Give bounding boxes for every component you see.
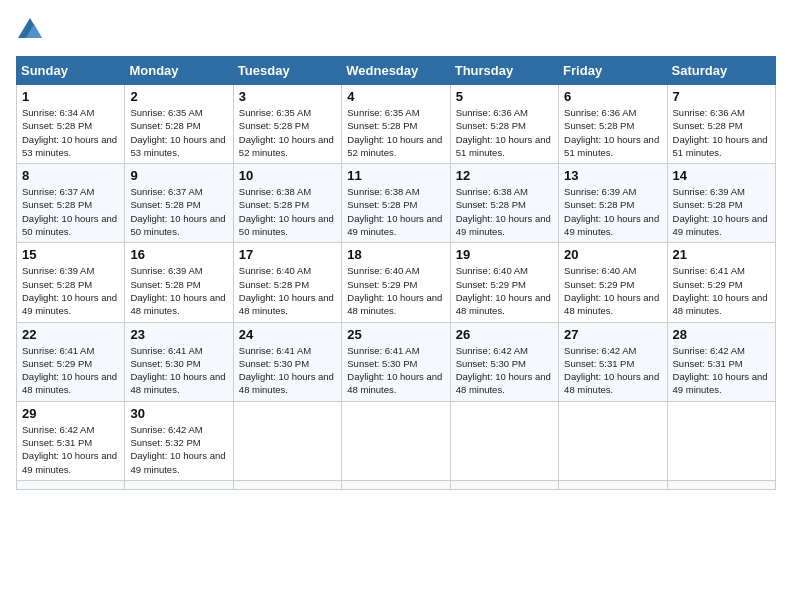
calendar-cell: 13Sunrise: 6:39 AMSunset: 5:28 PMDayligh… <box>559 164 667 243</box>
day-number: 15 <box>22 247 119 262</box>
calendar-cell: 6Sunrise: 6:36 AMSunset: 5:28 PMDaylight… <box>559 85 667 164</box>
day-info: Sunrise: 6:42 AMSunset: 5:31 PMDaylight:… <box>22 423 119 476</box>
calendar-cell <box>559 480 667 489</box>
day-number: 26 <box>456 327 553 342</box>
day-info: Sunrise: 6:41 AMSunset: 5:29 PMDaylight:… <box>22 344 119 397</box>
day-number: 27 <box>564 327 661 342</box>
day-info: Sunrise: 6:42 AMSunset: 5:30 PMDaylight:… <box>456 344 553 397</box>
calendar-cell: 15Sunrise: 6:39 AMSunset: 5:28 PMDayligh… <box>17 243 125 322</box>
day-number: 12 <box>456 168 553 183</box>
day-info: Sunrise: 6:42 AMSunset: 5:32 PMDaylight:… <box>130 423 227 476</box>
calendar-cell: 22Sunrise: 6:41 AMSunset: 5:29 PMDayligh… <box>17 322 125 401</box>
day-number: 9 <box>130 168 227 183</box>
calendar-cell: 10Sunrise: 6:38 AMSunset: 5:28 PMDayligh… <box>233 164 341 243</box>
weekday-header-row: Sunday Monday Tuesday Wednesday Thursday… <box>17 57 776 85</box>
calendar-cell: 24Sunrise: 6:41 AMSunset: 5:30 PMDayligh… <box>233 322 341 401</box>
header-sunday: Sunday <box>17 57 125 85</box>
calendar-cell <box>667 401 775 480</box>
day-info: Sunrise: 6:35 AMSunset: 5:28 PMDaylight:… <box>130 106 227 159</box>
calendar-week-row <box>17 480 776 489</box>
calendar-week-row: 15Sunrise: 6:39 AMSunset: 5:28 PMDayligh… <box>17 243 776 322</box>
calendar-cell <box>667 480 775 489</box>
calendar-cell: 25Sunrise: 6:41 AMSunset: 5:30 PMDayligh… <box>342 322 450 401</box>
calendar-cell: 5Sunrise: 6:36 AMSunset: 5:28 PMDaylight… <box>450 85 558 164</box>
day-number: 13 <box>564 168 661 183</box>
calendar-cell <box>233 480 341 489</box>
day-number: 24 <box>239 327 336 342</box>
day-info: Sunrise: 6:41 AMSunset: 5:30 PMDaylight:… <box>347 344 444 397</box>
day-number: 7 <box>673 89 770 104</box>
day-info: Sunrise: 6:35 AMSunset: 5:28 PMDaylight:… <box>239 106 336 159</box>
day-number: 25 <box>347 327 444 342</box>
day-number: 10 <box>239 168 336 183</box>
day-info: Sunrise: 6:34 AMSunset: 5:28 PMDaylight:… <box>22 106 119 159</box>
calendar-cell <box>125 480 233 489</box>
calendar-cell: 1Sunrise: 6:34 AMSunset: 5:28 PMDaylight… <box>17 85 125 164</box>
header-wednesday: Wednesday <box>342 57 450 85</box>
day-number: 22 <box>22 327 119 342</box>
calendar-table: Sunday Monday Tuesday Wednesday Thursday… <box>16 56 776 490</box>
calendar-cell <box>342 401 450 480</box>
calendar-cell: 17Sunrise: 6:40 AMSunset: 5:28 PMDayligh… <box>233 243 341 322</box>
calendar-cell: 14Sunrise: 6:39 AMSunset: 5:28 PMDayligh… <box>667 164 775 243</box>
calendar-cell: 26Sunrise: 6:42 AMSunset: 5:30 PMDayligh… <box>450 322 558 401</box>
calendar-cell <box>450 480 558 489</box>
calendar-cell <box>17 480 125 489</box>
calendar-cell: 12Sunrise: 6:38 AMSunset: 5:28 PMDayligh… <box>450 164 558 243</box>
logo-icon <box>16 16 44 44</box>
calendar-cell: 9Sunrise: 6:37 AMSunset: 5:28 PMDaylight… <box>125 164 233 243</box>
calendar-cell: 28Sunrise: 6:42 AMSunset: 5:31 PMDayligh… <box>667 322 775 401</box>
day-info: Sunrise: 6:39 AMSunset: 5:28 PMDaylight:… <box>673 185 770 238</box>
calendar-cell: 4Sunrise: 6:35 AMSunset: 5:28 PMDaylight… <box>342 85 450 164</box>
header-thursday: Thursday <box>450 57 558 85</box>
day-number: 6 <box>564 89 661 104</box>
day-number: 23 <box>130 327 227 342</box>
calendar-week-row: 29Sunrise: 6:42 AMSunset: 5:31 PMDayligh… <box>17 401 776 480</box>
calendar-cell: 8Sunrise: 6:37 AMSunset: 5:28 PMDaylight… <box>17 164 125 243</box>
calendar-week-row: 1Sunrise: 6:34 AMSunset: 5:28 PMDaylight… <box>17 85 776 164</box>
calendar-cell: 7Sunrise: 6:36 AMSunset: 5:28 PMDaylight… <box>667 85 775 164</box>
day-info: Sunrise: 6:39 AMSunset: 5:28 PMDaylight:… <box>22 264 119 317</box>
day-info: Sunrise: 6:40 AMSunset: 5:29 PMDaylight:… <box>564 264 661 317</box>
day-info: Sunrise: 6:42 AMSunset: 5:31 PMDaylight:… <box>673 344 770 397</box>
calendar-cell: 21Sunrise: 6:41 AMSunset: 5:29 PMDayligh… <box>667 243 775 322</box>
day-info: Sunrise: 6:35 AMSunset: 5:28 PMDaylight:… <box>347 106 444 159</box>
day-info: Sunrise: 6:41 AMSunset: 5:29 PMDaylight:… <box>673 264 770 317</box>
day-number: 3 <box>239 89 336 104</box>
day-info: Sunrise: 6:38 AMSunset: 5:28 PMDaylight:… <box>347 185 444 238</box>
calendar-cell <box>559 401 667 480</box>
day-number: 5 <box>456 89 553 104</box>
day-number: 4 <box>347 89 444 104</box>
day-info: Sunrise: 6:39 AMSunset: 5:28 PMDaylight:… <box>130 264 227 317</box>
calendar-week-row: 8Sunrise: 6:37 AMSunset: 5:28 PMDaylight… <box>17 164 776 243</box>
calendar-cell: 3Sunrise: 6:35 AMSunset: 5:28 PMDaylight… <box>233 85 341 164</box>
calendar-cell: 18Sunrise: 6:40 AMSunset: 5:29 PMDayligh… <box>342 243 450 322</box>
day-info: Sunrise: 6:40 AMSunset: 5:29 PMDaylight:… <box>347 264 444 317</box>
day-number: 11 <box>347 168 444 183</box>
day-number: 28 <box>673 327 770 342</box>
calendar-cell <box>342 480 450 489</box>
day-number: 29 <box>22 406 119 421</box>
calendar-cell: 27Sunrise: 6:42 AMSunset: 5:31 PMDayligh… <box>559 322 667 401</box>
day-number: 14 <box>673 168 770 183</box>
header-friday: Friday <box>559 57 667 85</box>
day-info: Sunrise: 6:40 AMSunset: 5:28 PMDaylight:… <box>239 264 336 317</box>
day-info: Sunrise: 6:38 AMSunset: 5:28 PMDaylight:… <box>239 185 336 238</box>
calendar-cell: 20Sunrise: 6:40 AMSunset: 5:29 PMDayligh… <box>559 243 667 322</box>
day-info: Sunrise: 6:41 AMSunset: 5:30 PMDaylight:… <box>130 344 227 397</box>
day-info: Sunrise: 6:37 AMSunset: 5:28 PMDaylight:… <box>22 185 119 238</box>
calendar-cell: 2Sunrise: 6:35 AMSunset: 5:28 PMDaylight… <box>125 85 233 164</box>
day-info: Sunrise: 6:36 AMSunset: 5:28 PMDaylight:… <box>456 106 553 159</box>
day-info: Sunrise: 6:42 AMSunset: 5:31 PMDaylight:… <box>564 344 661 397</box>
calendar-cell: 30Sunrise: 6:42 AMSunset: 5:32 PMDayligh… <box>125 401 233 480</box>
day-info: Sunrise: 6:37 AMSunset: 5:28 PMDaylight:… <box>130 185 227 238</box>
calendar-cell: 11Sunrise: 6:38 AMSunset: 5:28 PMDayligh… <box>342 164 450 243</box>
calendar-week-row: 22Sunrise: 6:41 AMSunset: 5:29 PMDayligh… <box>17 322 776 401</box>
header-saturday: Saturday <box>667 57 775 85</box>
day-info: Sunrise: 6:36 AMSunset: 5:28 PMDaylight:… <box>564 106 661 159</box>
day-number: 8 <box>22 168 119 183</box>
day-number: 19 <box>456 247 553 262</box>
day-number: 2 <box>130 89 227 104</box>
calendar-cell <box>450 401 558 480</box>
calendar-cell: 16Sunrise: 6:39 AMSunset: 5:28 PMDayligh… <box>125 243 233 322</box>
